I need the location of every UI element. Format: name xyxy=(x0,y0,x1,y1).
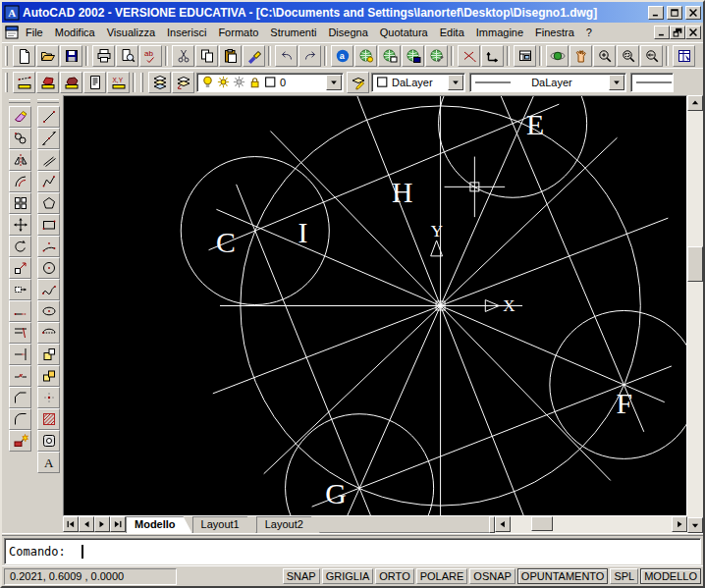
coordinate-readout[interactable]: 0.2021, 0.6009 , 0.0000 xyxy=(4,568,177,585)
circle-button[interactable] xyxy=(37,257,60,279)
3d-orbit-button[interactable] xyxy=(546,45,569,67)
redo-button[interactable] xyxy=(298,45,321,67)
area-button[interactable] xyxy=(36,72,59,93)
extend-button[interactable] xyxy=(9,344,31,365)
close-button[interactable] xyxy=(685,6,701,20)
polyline-button[interactable] xyxy=(37,171,60,192)
print-button[interactable] xyxy=(92,45,115,67)
menu-inserisci[interactable]: Inserisci xyxy=(161,24,212,41)
menu-finestra[interactable]: Finestra xyxy=(529,24,580,41)
mirror-button[interactable] xyxy=(9,149,31,171)
doc-restore-button[interactable] xyxy=(670,26,685,39)
tab-modello[interactable]: Modello xyxy=(126,516,192,533)
vertical-scrollbar[interactable] xyxy=(687,95,703,533)
minimize-button[interactable] xyxy=(648,6,664,20)
menu-strumenti[interactable]: Strumenti xyxy=(264,24,322,41)
construction-line-button[interactable] xyxy=(37,128,60,149)
layer-dropdown-arrow[interactable] xyxy=(326,75,342,90)
toolbar-grip[interactable] xyxy=(9,99,30,103)
status-toggle-opuntamento[interactable]: OPUNTAMENTO xyxy=(517,568,609,584)
tab-layout1[interactable]: Layout1 xyxy=(192,516,256,533)
copy-clipboard-button[interactable] xyxy=(195,45,218,67)
print-preview-button[interactable] xyxy=(116,45,138,67)
first-tab-button[interactable] xyxy=(63,516,79,532)
layer-previous-button[interactable] xyxy=(172,72,194,93)
polygon-button[interactable] xyxy=(37,192,60,214)
toolbar-grip[interactable] xyxy=(37,99,59,103)
trim-button[interactable] xyxy=(9,322,31,344)
status-toggle-griglia[interactable]: GRIGLIA xyxy=(322,568,374,584)
point-button[interactable] xyxy=(37,387,60,408)
status-toggle-polare[interactable]: POLARE xyxy=(416,568,468,584)
named-views-button[interactable] xyxy=(514,45,536,67)
temporary-track-point-button[interactable] xyxy=(458,45,480,67)
ucs-button[interactable] xyxy=(481,45,504,67)
list-button[interactable] xyxy=(83,72,106,93)
scale-button[interactable] xyxy=(9,257,31,279)
open-file-button[interactable] xyxy=(36,45,59,67)
last-tab-button[interactable] xyxy=(110,516,126,532)
break-button[interactable] xyxy=(9,365,31,387)
maximize-button[interactable] xyxy=(667,6,682,20)
linetype-dropdown-arrow[interactable] xyxy=(609,75,624,90)
scroll-right-button[interactable] xyxy=(672,516,687,532)
chamfer-button[interactable] xyxy=(9,387,31,408)
vertical-scroll-track[interactable] xyxy=(687,111,703,517)
zoom-window-button[interactable] xyxy=(617,45,639,67)
line-button[interactable] xyxy=(37,106,60,128)
make-object-layer-current-button[interactable] xyxy=(347,72,369,93)
menu-disegna[interactable]: Disegna xyxy=(322,24,373,41)
scroll-down-button[interactable] xyxy=(687,517,703,533)
previous-tab-button[interactable] xyxy=(79,516,94,532)
status-toggle-modello[interactable]: MODELLO xyxy=(640,568,701,584)
menu-help[interactable]: ? xyxy=(580,24,598,41)
vertical-scroll-thumb[interactable] xyxy=(687,246,703,282)
autodesk-point-a-button[interactable]: a xyxy=(331,45,353,67)
explode-button[interactable] xyxy=(9,430,31,452)
menu-edita[interactable]: Edita xyxy=(434,24,470,41)
erase-button[interactable] xyxy=(9,106,31,128)
undo-button[interactable] xyxy=(275,45,298,67)
match-properties-button[interactable] xyxy=(243,45,265,67)
color-control[interactable]: DaLayer xyxy=(371,73,465,92)
publish-to-web-button[interactable] xyxy=(378,45,401,67)
etransmit-button[interactable] xyxy=(402,45,424,67)
status-toggle-snap[interactable]: SNAP xyxy=(283,568,320,584)
toolbar-grip[interactable] xyxy=(5,73,8,92)
insert-hyperlink-button[interactable] xyxy=(425,45,448,67)
menu-quotatura[interactable]: Quotatura xyxy=(374,24,434,41)
distance-button[interactable] xyxy=(13,72,35,93)
region-button[interactable] xyxy=(37,430,60,452)
move-button[interactable] xyxy=(9,214,31,236)
lineweight-control[interactable] xyxy=(630,73,674,92)
next-tab-button[interactable] xyxy=(94,516,110,532)
arc-button[interactable] xyxy=(37,236,60,257)
toolbar-grip[interactable] xyxy=(5,46,8,66)
menu-file[interactable]: File xyxy=(20,24,49,41)
zoom-previous-button[interactable] xyxy=(640,45,663,67)
layers-dialog-button[interactable] xyxy=(148,72,171,93)
zoom-realtime-button[interactable] xyxy=(593,45,616,67)
rotate-button[interactable] xyxy=(9,236,31,257)
menu-formato[interactable]: Formato xyxy=(212,24,264,41)
command-input[interactable]: Comando: xyxy=(4,538,701,564)
menu-modifica[interactable]: Modifica xyxy=(49,24,101,41)
layer-on-icon[interactable] xyxy=(201,76,214,88)
horizontal-scroll-thumb[interactable] xyxy=(531,516,553,531)
status-toggle-spl[interactable]: SPL xyxy=(610,568,638,584)
multiline-text-button[interactable]: A xyxy=(37,452,60,473)
ellipse-button[interactable] xyxy=(37,300,60,322)
make-block-button[interactable] xyxy=(37,365,60,387)
new-file-button[interactable] xyxy=(13,45,35,67)
tab-layout2[interactable]: Layout2 xyxy=(256,516,320,533)
array-button[interactable] xyxy=(9,192,31,214)
spline-button[interactable] xyxy=(37,279,60,300)
scroll-up-button[interactable] xyxy=(687,95,703,111)
spell-check-button[interactable]: ab xyxy=(139,45,162,67)
save-button[interactable] xyxy=(60,45,82,67)
horizontal-scrollbar[interactable] xyxy=(495,516,687,533)
multiline-button[interactable] xyxy=(37,149,60,171)
ellipse-arc-button[interactable] xyxy=(37,322,60,344)
lengthen-button[interactable] xyxy=(9,300,31,322)
color-dropdown-arrow[interactable] xyxy=(448,75,463,90)
